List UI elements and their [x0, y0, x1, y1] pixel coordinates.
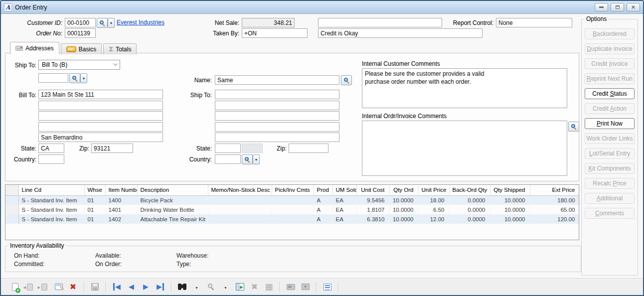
grid-column-header[interactable]: Pick/Inv Cmts — [272, 185, 314, 195]
first-record-button[interactable] — [111, 281, 123, 293]
detail-view-button[interactable] — [234, 281, 246, 293]
grid-cell[interactable]: 10.0000 — [389, 214, 418, 224]
grid-column-header[interactable]: Qty Shipped — [490, 185, 530, 195]
ship-name-lookup-button[interactable] — [341, 75, 352, 85]
ship-to-address-line[interactable] — [215, 133, 339, 142]
ship-to-address-line[interactable] — [215, 101, 339, 110]
grid-cell[interactable]: 65.00 — [530, 205, 579, 214]
ship-state-field[interactable] — [215, 144, 241, 153]
new-record-button[interactable] — [9, 281, 21, 293]
grid-cell[interactable]: 10.0000 — [490, 205, 530, 214]
grid-cell[interactable]: 180.00 — [530, 195, 579, 205]
grid-column-header[interactable]: UM Sold — [332, 185, 356, 195]
row-selector[interactable] — [5, 205, 18, 214]
ship-to-address-line[interactable] — [215, 90, 339, 99]
bill-to-address-line[interactable] — [38, 133, 163, 142]
grid-column-header[interactable]: Memo/Non-Stock Desc — [208, 185, 272, 195]
list-view-button[interactable] — [321, 281, 333, 293]
grid-cell[interactable] — [272, 205, 314, 214]
grid-cell[interactable]: 1401 — [105, 205, 137, 214]
previous-record-button[interactable] — [125, 281, 138, 293]
grid-cell[interactable]: 120.00 — [530, 214, 579, 224]
ship-to-address-line[interactable] — [215, 111, 339, 121]
grid-column-header[interactable]: Qty Ord — [389, 185, 418, 195]
grid-cell[interactable]: EA — [332, 205, 356, 214]
bill-state-field[interactable] — [38, 144, 64, 153]
close-button[interactable]: ✕ — [627, 3, 640, 11]
grid-column-header[interactable]: Whse — [84, 185, 105, 195]
find-button[interactable] — [176, 281, 188, 293]
tab-totals[interactable]: ΣTotals — [103, 43, 137, 54]
grid-cell[interactable]: 12.00 — [418, 214, 449, 224]
bill-to-address-line[interactable] — [38, 111, 163, 121]
grid-cell[interactable]: Attachable Tire Repair Kit — [137, 214, 208, 224]
grid-cell[interactable] — [208, 214, 272, 224]
grid-cell[interactable]: S - Standard Inv. Item — [18, 214, 84, 224]
table-row[interactable]: S - Standard Inv. Item011400Bicycle Pack… — [5, 195, 579, 205]
grid-cell[interactable]: 1.8107 — [356, 205, 389, 214]
customer-lookup-dropdown[interactable]: ▼ — [108, 18, 115, 28]
report-control-field[interactable] — [496, 18, 572, 27]
grid-cell[interactable]: 9.5456 — [356, 195, 389, 205]
zoom-dropdown-button[interactable] — [219, 281, 232, 293]
tab-basics[interactable]: ABCBasics — [61, 43, 102, 54]
bill-to-address-line[interactable] — [38, 122, 163, 132]
grid-cell[interactable]: 10.0000 — [490, 195, 530, 205]
order-comments-lookup-button[interactable] — [568, 122, 579, 132]
taken-by-field[interactable] — [242, 28, 308, 38]
ship-to-code-field[interactable] — [38, 73, 68, 83]
titlebar[interactable]: A Order Entry ✕ — [1, 1, 643, 14]
bill-to-address-line[interactable] — [38, 90, 163, 99]
customer-id-field[interactable] — [65, 18, 96, 27]
option-button-print-now[interactable]: Print Now — [585, 118, 635, 129]
row-selector[interactable] — [5, 195, 18, 205]
delete-record-button[interactable] — [67, 281, 79, 293]
grid-cell[interactable]: S - Standard Inv. Item — [18, 195, 84, 205]
ship-to-lookup-dropdown[interactable]: ▼ — [80, 73, 87, 83]
grid-cell[interactable]: EA — [332, 214, 356, 224]
ship-to-lookup-button[interactable] — [69, 73, 80, 83]
country-lookup-button[interactable] — [242, 154, 253, 164]
grid-cell[interactable]: 0.0000 — [449, 214, 490, 224]
minimize-button[interactable] — [595, 3, 608, 11]
grid-cell[interactable]: 0.0000 — [449, 205, 490, 214]
order-no-field[interactable] — [65, 28, 96, 38]
option-button-credit-status[interactable]: Credit Status — [585, 88, 635, 99]
grid-cell[interactable]: 1400 — [105, 195, 137, 205]
grid-cell[interactable]: 01 — [84, 205, 105, 214]
grid-cell[interactable]: EA — [332, 195, 356, 205]
next-record-button[interactable] — [140, 281, 152, 293]
grid-cell[interactable]: 10.0000 — [490, 214, 530, 224]
customer-name-link[interactable]: Everest Industries — [117, 19, 164, 26]
grid-cell[interactable]: 6.50 — [418, 205, 449, 214]
grid-column-header[interactable]: Unit Cost — [356, 185, 389, 195]
grid-cell[interactable]: 10.0000 — [389, 195, 418, 205]
bill-to-address-line[interactable] — [38, 101, 163, 110]
grid-cell[interactable]: Bicycle Pack — [137, 195, 208, 205]
grid-cell[interactable]: A — [314, 205, 332, 214]
grid-column-header[interactable]: Unit Price — [418, 185, 449, 195]
ship-to-address-line[interactable] — [215, 122, 339, 132]
grid-column-header[interactable]: Description — [137, 185, 208, 195]
grid-column-header[interactable]: Item Number — [105, 185, 137, 195]
grid-cell[interactable] — [208, 195, 272, 205]
grid-cell[interactable] — [272, 214, 314, 224]
find-dropdown-button[interactable] — [190, 281, 203, 293]
grid-cell[interactable]: A — [314, 195, 332, 205]
grid-column-header[interactable]: Prod — [314, 185, 332, 195]
grid-cell[interactable] — [272, 195, 314, 205]
ship-name-field[interactable] — [215, 75, 339, 85]
ship-zip-field[interactable] — [289, 144, 328, 153]
grid-cell[interactable]: 01 — [84, 195, 105, 205]
grid-cell[interactable]: 0.0000 — [449, 195, 490, 205]
grid-cell[interactable]: 6.3810 — [356, 214, 389, 224]
internal-customer-comments-field[interactable] — [362, 68, 567, 108]
bill-zip-field[interactable] — [91, 144, 133, 153]
bill-country-field[interactable] — [38, 154, 64, 164]
grid-cell[interactable]: 18.00 — [418, 195, 449, 205]
table-row[interactable]: S - Standard Inv. Item011401Drinking Wat… — [5, 205, 579, 214]
grid-cell[interactable]: 1402 — [105, 214, 137, 224]
ship-to-select[interactable]: Bill To (B) — [38, 60, 120, 70]
table-row[interactable]: S - Standard Inv. Item011402Attachable T… — [5, 214, 579, 224]
last-record-button[interactable] — [154, 281, 166, 293]
